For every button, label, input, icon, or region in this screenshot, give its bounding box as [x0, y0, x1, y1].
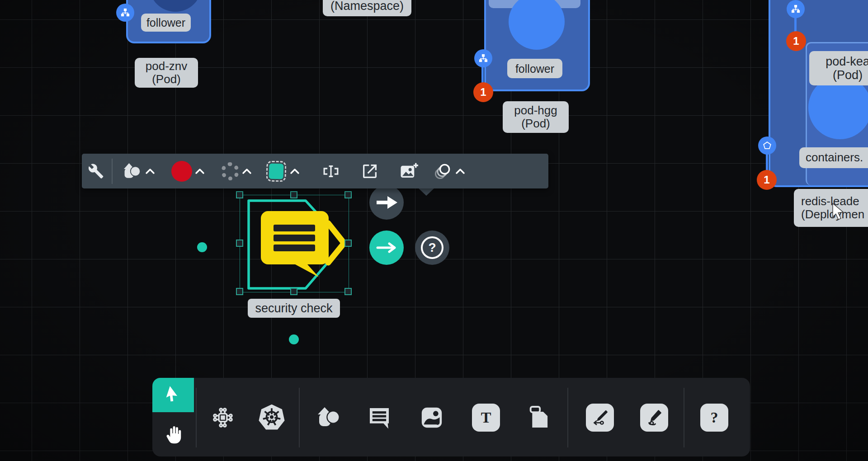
selection-handle-ne[interactable]: [344, 191, 352, 198]
layer-circles-icon: [433, 161, 453, 181]
deployment-badge-icon[interactable]: [758, 136, 776, 155]
shapes-icon: [316, 406, 341, 429]
selection-handle-sw[interactable]: [236, 288, 243, 295]
connector-pen-icon: [590, 408, 609, 427]
shapes-icon: [122, 162, 142, 180]
selection-handle-e[interactable]: [344, 240, 352, 247]
question-mark-icon: ?: [421, 236, 443, 259]
issue-count-badge[interactable]: 1: [473, 82, 493, 102]
open-external-icon: [361, 162, 379, 180]
help-tool-plate: ?: [700, 404, 728, 432]
text-tool-plate: T: [472, 404, 500, 432]
node-kind: (Pod): [833, 68, 863, 82]
comment-icon: [367, 405, 392, 430]
chevron-up-icon: [290, 168, 300, 175]
context-toolbar: [82, 154, 548, 188]
chevron-up-icon: [145, 168, 155, 175]
arrow-tool-button[interactable]: [369, 185, 404, 220]
wrench-icon: [88, 163, 104, 179]
context-toolbar-notch: [418, 188, 434, 196]
node-kind: (Pod): [521, 117, 550, 130]
selection-handle-n[interactable]: [290, 191, 297, 198]
fill-color-button[interactable]: [171, 154, 209, 188]
note-icon: [526, 404, 552, 430]
node-name: pod-hgg: [514, 104, 557, 117]
comment-tool[interactable]: [364, 404, 395, 432]
layer-copies-button[interactable]: [433, 154, 470, 188]
replace-image-button[interactable]: [395, 154, 423, 188]
question-glyph: ?: [711, 409, 718, 426]
fill-color-swatch: [171, 161, 192, 182]
chevron-up-icon: [455, 168, 465, 175]
network-tool[interactable]: [208, 404, 238, 432]
containers-chip[interactable]: containers.: [799, 147, 868, 168]
resize-width-button[interactable]: [317, 154, 345, 188]
image-tool[interactable]: [416, 404, 447, 432]
namespace-label: (Namespace): [323, 0, 411, 16]
connection-point[interactable]: [197, 242, 207, 252]
mouse-pointer-icon: [831, 202, 846, 221]
node-name: pod-znv: [146, 60, 188, 73]
palette-divider: [567, 388, 568, 447]
arrow-right-icon: [376, 242, 397, 253]
toolbar-divider: [112, 159, 113, 184]
connector-pen-plate: [586, 404, 614, 432]
node-label-pod-kea: pod-kea (Pod): [809, 51, 868, 85]
node-name: pod-kea: [826, 55, 868, 68]
draw-pen-icon: [645, 408, 664, 427]
resize-width-icon: [321, 162, 340, 181]
kubernetes-icon: [257, 403, 286, 432]
selection-handle-se[interactable]: [344, 288, 352, 295]
pan-tool[interactable]: [152, 412, 194, 456]
node-chip-follower[interactable]: follower: [141, 14, 191, 32]
network-chip-icon: [210, 405, 236, 430]
node-label-pod-hgg: pod-hgg (Pod): [503, 101, 569, 133]
tool-palette: T: [152, 378, 750, 456]
fill-style-button[interactable]: [269, 154, 304, 188]
fill-style-swatch: [269, 163, 283, 179]
kubernetes-tool[interactable]: [255, 403, 288, 433]
node-label-pod-znv: pod-znv (Pod): [135, 58, 198, 88]
next-step-button[interactable]: [369, 230, 404, 265]
cursor-icon: [160, 382, 185, 407]
container-circle: [808, 76, 868, 139]
draw-pen-plate: [640, 404, 668, 432]
image-plus-icon: [399, 162, 418, 181]
chevron-up-icon: [195, 168, 205, 175]
help-button[interactable]: ?: [415, 230, 449, 265]
node-chip-follower[interactable]: follower: [507, 59, 562, 78]
issue-count-badge[interactable]: 1: [786, 31, 806, 51]
chevron-up-icon: [242, 168, 252, 175]
palette-divider: [684, 388, 684, 447]
sitemap-badge-icon[interactable]: [474, 49, 492, 67]
selection-handle-nw[interactable]: [236, 191, 243, 198]
sitemap-badge-icon[interactable]: [116, 4, 134, 22]
text-tool[interactable]: T: [471, 404, 501, 432]
node-kind: (Pod): [152, 73, 181, 86]
draw-pen-tool[interactable]: [639, 404, 669, 432]
container-circle: [149, 0, 202, 12]
sitemap-badge-icon[interactable]: [787, 0, 805, 18]
shapes-tool[interactable]: [313, 404, 343, 432]
diagram-canvas[interactable]: follower pod-znv (Pod) (Namespace) follo…: [0, 0, 868, 461]
palette-divider: [196, 388, 197, 447]
select-tool[interactable]: [152, 378, 194, 412]
note-tool[interactable]: [524, 402, 555, 433]
selection-handle-s[interactable]: [290, 288, 297, 295]
selection-handle-w[interactable]: [236, 240, 243, 247]
connection-point[interactable]: [289, 334, 299, 344]
selected-comment-shape[interactable]: [235, 190, 362, 298]
open-external-button[interactable]: [356, 154, 384, 188]
stroke-ring-icon: [221, 162, 239, 180]
connector-pen-tool[interactable]: [585, 404, 615, 432]
issue-count-badge[interactable]: 1: [757, 170, 777, 190]
letter-t-glyph: T: [481, 409, 491, 426]
palette-divider: [299, 388, 300, 447]
hand-icon: [163, 424, 184, 445]
style-wrench-button[interactable]: [82, 154, 110, 188]
shape-picker-button[interactable]: [122, 154, 160, 188]
node-name: redis-leade: [801, 195, 859, 208]
help-tool[interactable]: ?: [699, 404, 729, 432]
stroke-style-button[interactable]: [221, 154, 256, 188]
image-icon: [419, 405, 444, 430]
